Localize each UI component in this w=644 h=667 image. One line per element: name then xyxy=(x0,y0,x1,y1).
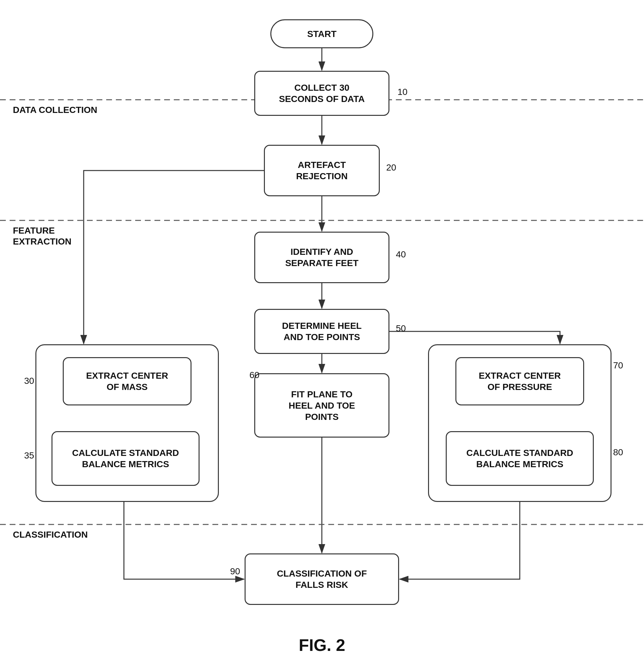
start-box: START xyxy=(270,19,373,48)
start-label: START xyxy=(307,28,336,39)
collect-box: COLLECT 30 SECONDS OF DATA xyxy=(254,71,389,116)
ref-20: 20 xyxy=(386,162,396,173)
extract-com-label: EXTRACT CENTER OF MASS xyxy=(86,370,168,392)
fit-plane-box: FIT PLANE TO HEEL AND TOE POINTS xyxy=(254,373,389,438)
classification-box: CLASSIFICATION OF FALLS RISK xyxy=(245,553,399,605)
section-feature-extraction: FEATURE EXTRACTION xyxy=(13,225,71,247)
ref-50: 50 xyxy=(396,323,406,334)
ref-10: 10 xyxy=(398,87,407,97)
section-data-collection: DATA COLLECTION xyxy=(13,104,97,115)
ref-70: 70 xyxy=(613,360,623,371)
extract-com-box: EXTRACT CENTER OF MASS xyxy=(63,357,192,405)
identify-label: IDENTIFY AND SEPARATE FEET xyxy=(285,246,358,269)
ref-90: 90 xyxy=(230,566,240,576)
ref-30: 30 xyxy=(24,376,34,386)
calc-balance-left-label: CALCULATE STANDARD BALANCE METRICS xyxy=(72,447,179,470)
diagram-container: DATA COLLECTION FEATURE EXTRACTION CLASS… xyxy=(0,0,644,667)
calc-balance-left-box: CALCULATE STANDARD BALANCE METRICS xyxy=(51,431,199,486)
ref-80: 80 xyxy=(613,447,623,457)
extract-cop-box: EXTRACT CENTER OF PRESSURE xyxy=(455,357,584,405)
determine-label: DETERMINE HEEL AND TOE POINTS xyxy=(282,320,361,343)
ref-40: 40 xyxy=(396,249,406,260)
fit-plane-label: FIT PLANE TO HEEL AND TOE POINTS xyxy=(289,389,355,422)
calc-balance-right-label: CALCULATE STANDARD BALANCE METRICS xyxy=(466,447,573,470)
calc-balance-right-box: CALCULATE STANDARD BALANCE METRICS xyxy=(446,431,594,486)
classification-label: CLASSIFICATION OF FALLS RISK xyxy=(277,568,367,590)
extract-cop-label: EXTRACT CENTER OF PRESSURE xyxy=(479,370,561,392)
figure-caption: FIG. 2 xyxy=(0,635,644,655)
identify-box: IDENTIFY AND SEPARATE FEET xyxy=(254,232,389,283)
artefact-label: ARTEFACT REJECTION xyxy=(296,159,348,182)
ref-60: 60 xyxy=(249,370,259,380)
collect-label: COLLECT 30 SECONDS OF DATA xyxy=(279,82,365,104)
artefact-box: ARTEFACT REJECTION xyxy=(264,145,380,196)
section-classification: CLASSIFICATION xyxy=(13,529,88,540)
ref-35: 35 xyxy=(24,451,34,461)
determine-box: DETERMINE HEEL AND TOE POINTS xyxy=(254,309,389,354)
